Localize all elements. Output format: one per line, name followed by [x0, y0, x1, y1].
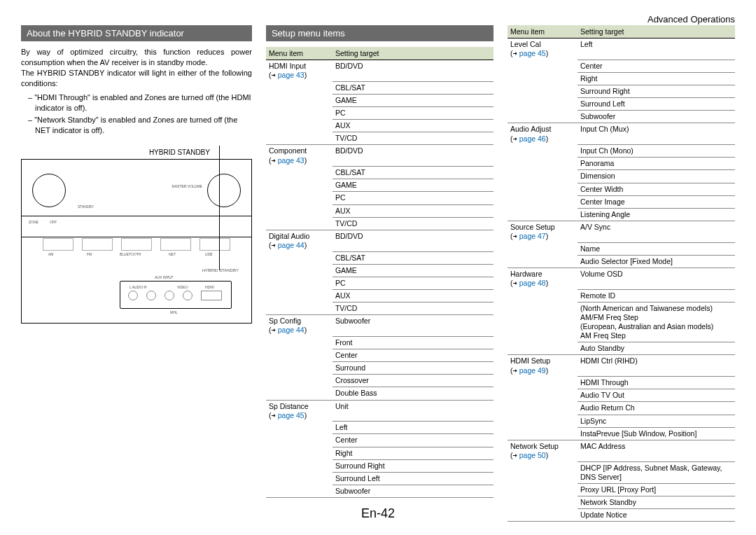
menu-item-cell — [266, 264, 332, 277]
table-row: Sp Distance(➜ page 45)Unit — [266, 400, 493, 422]
setting-target-cell: Right — [332, 447, 493, 459]
menu-item-cell — [266, 447, 332, 459]
setting-target-cell: Dimension — [578, 170, 735, 183]
menu-item-cell — [507, 111, 578, 123]
table-row: Audio Selector [Fixed Mode] — [507, 255, 735, 268]
table-row: Center — [266, 434, 493, 447]
setting-target-cell: Surround Right — [332, 459, 493, 472]
setting-target-cell: PC — [332, 277, 493, 289]
page-link[interactable]: (➜ page 43) — [269, 156, 330, 165]
table-row: InstaPrevue [Sub Window, Position] — [507, 427, 735, 440]
table-row: PC — [266, 277, 493, 289]
menu-item-cell — [266, 289, 332, 302]
menu-item-cell: Audio Adjust(➜ page 46) — [507, 123, 578, 145]
column-right: Menu item Setting target Level Cal(➜ pag… — [507, 25, 735, 522]
setting-target-cell: CBL/SAT — [332, 167, 493, 179]
table-row: Audio TV Out — [507, 389, 735, 402]
setting-target-cell: Double Bass — [332, 387, 493, 400]
setting-target-cell: Input Ch (Mux) — [578, 123, 735, 145]
table-row: Surround Right — [266, 459, 493, 472]
setting-target-cell: Center — [578, 60, 735, 72]
menu-item-cell — [507, 85, 578, 98]
table-row: Surround Left — [266, 472, 493, 485]
menu-item-cell — [266, 94, 332, 106]
table-row: Network Setup(➜ page 50)MAC Address — [507, 440, 735, 461]
menu-item-cell — [266, 459, 332, 472]
menu-item-cell — [266, 472, 332, 485]
setting-target-cell: Audio TV Out — [578, 389, 735, 402]
table-row: Listening Angle — [507, 208, 735, 221]
menu-item-cell — [507, 158, 578, 170]
table-row: AUX — [266, 120, 493, 132]
table-row: Center — [266, 349, 493, 362]
table-row: TV/CD — [266, 217, 493, 230]
page-link[interactable]: (➜ page 50) — [510, 451, 575, 460]
setting-target-cell: Listening Angle — [578, 208, 735, 221]
menu-item-cell — [507, 377, 578, 389]
table-row: Proxy URL [Proxy Port] — [507, 483, 735, 496]
page-link[interactable]: (➜ page 43) — [269, 71, 330, 80]
page-link[interactable]: (➜ page 45) — [510, 49, 575, 58]
menu-item-cell — [507, 402, 578, 415]
table-row: Front — [266, 336, 493, 349]
table-row: Dimension — [507, 170, 735, 183]
menu-item-cell — [507, 255, 578, 268]
th-setting-target: Setting target — [332, 47, 493, 60]
setting-target-cell: Surround Left — [332, 472, 493, 485]
setting-target-cell: Name — [578, 242, 735, 255]
section-header: Advanced Operations — [648, 14, 735, 25]
about-paragraph-2: The HYBRID STANDBY indicator will light … — [21, 68, 252, 89]
setting-target-cell: DHCP [IP Address, Subnet Mask, Gateway, … — [578, 461, 735, 483]
menu-item-cell: Level Cal(➜ page 45) — [507, 39, 578, 60]
setting-target-cell: HDMI Through — [578, 377, 735, 389]
page-link[interactable]: (➜ page 44) — [269, 241, 330, 250]
page-link[interactable]: (➜ page 47) — [510, 232, 575, 241]
setting-target-cell: Surround — [332, 362, 493, 375]
menu-item-cell — [266, 217, 332, 230]
menu-item-cell — [266, 362, 332, 375]
setting-target-cell: Center — [332, 349, 493, 362]
menu-item-cell — [266, 434, 332, 447]
table-row: Crossover — [266, 375, 493, 387]
menu-item-cell — [507, 427, 578, 440]
page-link[interactable]: (➜ page 48) — [510, 279, 575, 288]
setting-target-cell: Auto Standby — [578, 342, 735, 355]
table-row: GAME — [266, 94, 493, 106]
table-row: Right — [266, 447, 493, 459]
menu-item-cell — [507, 208, 578, 221]
setting-target-cell: TV/CD — [332, 303, 493, 315]
page-link[interactable]: (➜ page 44) — [269, 326, 330, 335]
menu-item-cell — [266, 349, 332, 362]
setting-target-cell: BD/DVD — [332, 145, 493, 167]
setting-target-cell: Panorama — [578, 158, 735, 170]
page-link[interactable]: (➜ page 45) — [269, 411, 330, 420]
setting-target-cell: Subwoofer — [332, 315, 493, 337]
setting-target-cell: BD/DVD — [332, 60, 493, 82]
menu-item-cell — [507, 98, 578, 111]
menu-item-cell — [266, 422, 332, 434]
setting-target-cell: A/V Sync — [578, 221, 735, 242]
table-row: TV/CD — [266, 303, 493, 315]
setting-target-cell: AUX — [332, 120, 493, 132]
setting-target-cell: Audio Return Ch — [578, 402, 735, 415]
setting-target-cell: Front — [332, 336, 493, 349]
setting-target-cell: TV/CD — [332, 217, 493, 230]
page-link[interactable]: (➜ page 49) — [510, 366, 575, 375]
table-row: Center — [507, 60, 735, 72]
setting-target-cell: GAME — [332, 94, 493, 106]
menu-item-cell — [266, 277, 332, 289]
menu-item-cell — [266, 192, 332, 204]
menu-item-cell — [507, 461, 578, 483]
table-row: AUX — [266, 289, 493, 302]
setting-target-cell: HDMI Ctrl (RIHD) — [578, 355, 735, 377]
table-row: HDMI Setup(➜ page 49)HDMI Ctrl (RIHD) — [507, 355, 735, 377]
setting-target-cell: MAC Address — [578, 440, 735, 461]
page-link[interactable]: (➜ page 46) — [510, 134, 575, 144]
table-row: Surround — [266, 362, 493, 375]
menu-item-cell — [266, 303, 332, 315]
menu-item-cell: HDMI Setup(➜ page 49) — [507, 355, 578, 377]
menu-item-cell — [266, 204, 332, 217]
table-row: HDMI Input(➜ page 43)BD/DVD — [266, 60, 493, 82]
table-row: GAME — [266, 179, 493, 192]
setting-target-cell: GAME — [332, 179, 493, 192]
